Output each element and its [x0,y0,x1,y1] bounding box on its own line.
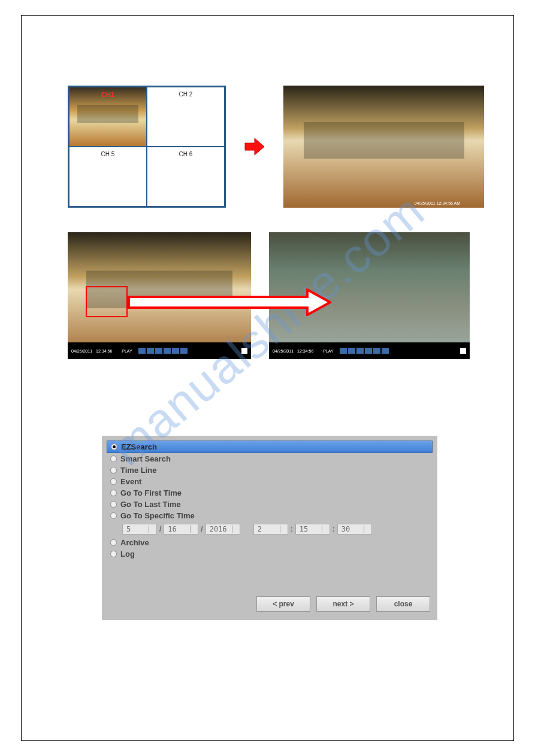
minute-spinbox[interactable]: 15 [295,524,330,535]
radio-label: Go To First Time [120,488,182,497]
date-separator: / [201,525,202,533]
year-spinbox[interactable]: 2016 [205,524,240,535]
radio-specific-time[interactable]: Go To Specific Time [107,510,433,521]
playback-bar: 04/25/2011 12:34:56 PLAY [68,342,251,359]
radio-label: Go To Last Time [120,500,181,509]
single-view-image: 04/25/2011 12:34:56 AM [283,86,484,208]
playback-button[interactable] [356,348,364,354]
row-grid-to-single: CH1 CH 2 CH 5 CH 6 04/25/2011 12:34:56 A… [68,86,484,208]
playback-bar: 04/25/2011 12:34:56 PLAY [269,342,470,359]
quad-cell-ch1[interactable]: CH1 [69,87,147,147]
quad-cell-ch2[interactable]: CH 2 [147,87,225,147]
playback-controls [340,348,389,354]
ch6-label: CH 6 [179,151,193,157]
playback-button[interactable] [138,348,146,354]
close-icon[interactable] [460,348,466,354]
ch2-label: CH 2 [179,91,193,98]
radio-icon [111,444,117,450]
quad-cell-ch5[interactable]: CH 5 [69,147,147,207]
day-spinbox[interactable]: 16 [164,524,198,535]
playback-button[interactable] [155,348,162,354]
playback-button[interactable] [164,348,171,354]
radio-event[interactable]: Event [107,476,433,487]
dialog-button-row: < prev next > close [107,593,433,615]
quad-view-grid: CH1 CH 2 CH 5 CH 6 [68,86,226,208]
zoom-region-box[interactable] [86,286,128,317]
timestamp-overlay: 04/25/2011 12:34:56 AM [415,201,460,205]
prev-button[interactable]: < prev [256,596,310,612]
zoom-arrow-icon [128,289,331,316]
next-button[interactable]: next > [316,596,370,612]
close-icon[interactable] [241,348,247,354]
radio-smart-search[interactable]: Smart Search [107,453,433,464]
quad-cell-ch6[interactable]: CH 6 [147,147,225,207]
playback-date: 04/25/2011 [273,349,294,353]
radio-first-time[interactable]: Go To First Time [107,487,433,499]
play-status: PLAY [122,349,132,353]
radio-log[interactable]: Log [107,548,433,560]
radio-label: Time Line [120,466,156,475]
ch1-label: CH1 [101,91,114,98]
playback-controls [138,348,188,354]
radio-label: Event [120,477,141,486]
close-button[interactable]: close [376,596,430,612]
radio-icon [110,539,117,546]
playback-button[interactable] [147,348,154,354]
playback-button[interactable] [365,348,372,354]
radio-ezsearch[interactable]: EZSearch [107,441,433,453]
radio-icon [110,467,117,473]
radio-label: Log [120,549,135,558]
radio-archive[interactable]: Archive [107,537,433,548]
radio-icon [110,490,117,496]
hour-spinbox[interactable]: 2 [253,524,288,535]
playback-button[interactable] [348,348,355,354]
datetime-row: 5 / 16 / 2016 2 : 15 : 30 [107,521,433,537]
radio-last-time[interactable]: Go To Last Time [107,499,433,510]
playback-button[interactable] [340,348,347,354]
radio-icon [110,478,117,485]
second-spinbox[interactable]: 30 [337,524,372,535]
radio-label: EZSearch [121,442,157,451]
playback-time: 12:34:56 [96,349,112,353]
radio-label: Go To Specific Time [120,511,195,520]
ch5-label: CH 5 [101,151,115,157]
playback-view-normal: 04/25/2011 12:34:56 PLAY [68,232,251,359]
date-separator: / [159,525,161,533]
radio-timeline[interactable]: Time Line [107,464,433,476]
row-zoom-comparison: 04/25/2011 12:34:56 PLAY 04/25/2011 12:3… [68,232,484,359]
arrow-right-icon [244,136,265,157]
camera-thumbnail [77,105,138,122]
radio-icon [110,501,117,508]
month-spinbox[interactable]: 5 [122,524,157,535]
page-content: CH1 CH 2 CH 5 CH 6 04/25/2011 12:34:56 A… [21,15,514,741]
radio-label: Smart Search [120,454,171,463]
playback-button[interactable] [382,348,389,354]
time-separator: : [333,525,335,533]
playback-button[interactable] [180,348,188,354]
playback-time: 12:34:56 [297,349,313,353]
radio-icon [110,456,117,462]
playback-button[interactable] [172,348,179,354]
playback-date: 04/25/2011 [71,349,92,353]
radio-icon [110,551,117,557]
search-dialog: EZSearch Smart Search Time Line Event Go… [102,436,437,620]
radio-label: Archive [120,538,149,547]
play-status: PLAY [323,349,333,353]
radio-icon [110,512,117,519]
time-separator: : [291,525,293,533]
playback-button[interactable] [373,348,380,354]
camera-view [304,122,464,159]
